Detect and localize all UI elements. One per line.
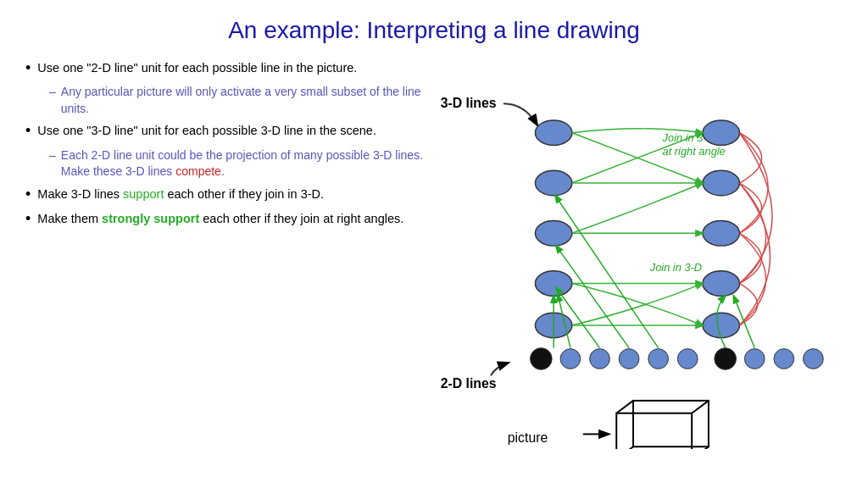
left-panel: • Use one "2-D line" unit for each possi…	[25, 59, 424, 449]
svg-line-4	[616, 446, 633, 449]
sub-bullet-2: – Each 2-D line unit could be the projec…	[49, 147, 424, 180]
bullet-dot-1: •	[25, 58, 31, 79]
join-3d-label: Join in 3-D	[649, 261, 702, 274]
bullet-dot-2: •	[25, 120, 31, 141]
sub-bullet-1-text: Any particular picture will only activat…	[61, 84, 424, 117]
label-picture: picture	[508, 430, 548, 445]
slide-title: An example: Interpreting a line drawing	[25, 17, 843, 44]
content-area: • Use one "2-D line" unit for each possi…	[25, 59, 843, 449]
node-3d-L2	[535, 170, 571, 196]
bullet-2: • Use one "3-D line" unit for each possi…	[25, 122, 424, 141]
arrow-2d	[491, 363, 508, 375]
bullet-3: • Make 3-D lines support each other if t…	[25, 186, 424, 205]
node-3d-R1	[703, 120, 739, 146]
node-2d-2	[560, 349, 581, 369]
node-2d-7	[715, 348, 737, 370]
svg-rect-0	[616, 413, 692, 449]
slide: An example: Interpreting a line drawing …	[0, 0, 868, 488]
node-2d-8	[744, 349, 765, 369]
support-word: support	[123, 187, 164, 201]
node-2d-5	[648, 349, 669, 369]
join-3d-right-label2: at right angle	[663, 145, 726, 158]
bullet-dot-3: •	[25, 184, 31, 205]
arrow-3d	[504, 103, 537, 125]
red-connections	[739, 133, 772, 325]
node-3d-R2	[703, 170, 739, 196]
bullet-4-text: Make them strongly support each other if…	[37, 210, 403, 227]
bullet-1-text: Use one "2-D line" unit for each possibl…	[37, 59, 357, 76]
node-2d-1	[530, 348, 552, 370]
label-2d: 2-D lines	[441, 376, 497, 391]
bullet-dot-4: •	[25, 208, 31, 230]
node-2d-10	[804, 349, 824, 369]
node-2d-4	[619, 349, 639, 369]
bullet-2-text: Use one "3-D line" unit for each possibl…	[37, 122, 376, 139]
bullet-3-text: Make 3-D lines support each other if the…	[37, 186, 324, 202]
svg-line-3	[692, 401, 709, 413]
node-3d-R4	[703, 271, 739, 297]
bullet-4: • Make them strongly support each other …	[25, 210, 424, 230]
diagram-svg: 3-D lines Join in 3-D at right angle Joi…	[424, 59, 843, 449]
compete-word: compete	[175, 164, 221, 178]
strongly-support-word: strongly support	[102, 212, 199, 225]
sub-bullet-1: – Any particular picture will only activ…	[49, 84, 424, 117]
node-3d-L3	[535, 220, 571, 246]
node-2d-6	[677, 349, 698, 369]
node-2d-3	[590, 349, 610, 369]
svg-line-2	[616, 401, 633, 413]
node-2d-9	[774, 349, 794, 369]
node-3d-R3	[703, 220, 739, 246]
sub-dash-2: –	[49, 147, 56, 164]
node-3d-L4	[535, 271, 571, 297]
label-3d: 3-D lines	[441, 96, 497, 110]
right-panel: 3-D lines Join in 3-D at right angle Joi…	[424, 59, 843, 449]
picture-box	[616, 401, 709, 449]
node-3d-R5	[703, 313, 739, 338]
svg-rect-1	[633, 401, 709, 446]
sub-dash-1: –	[49, 84, 56, 101]
bullet-1: • Use one "2-D line" unit for each possi…	[25, 59, 424, 79]
node-3d-L1	[535, 120, 571, 146]
sub-bullet-2-text: Each 2-D line unit could be the projecti…	[61, 147, 424, 180]
